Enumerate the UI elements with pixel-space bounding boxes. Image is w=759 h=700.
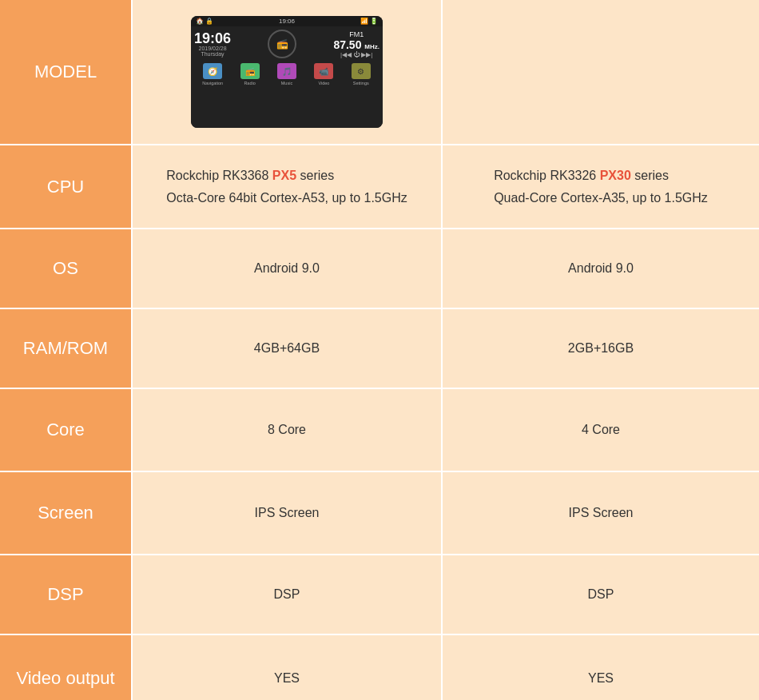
row-ram: RAM/ROM 4GB+64GB 2GB+16GB [0,309,759,389]
val-model-2 [443,0,759,144]
val-model-1: 🏠 🔒 19:06 📶 🔋 19:06 2019/02/28 Thursday [133,0,443,144]
row-dsp: DSP DSP DSP [0,555,759,635]
label-model: MODEL [0,0,133,144]
label-os: OS [0,229,133,308]
val-core-1: 8 Core [133,389,443,471]
row-video: Video output YES YES [0,635,759,700]
row-screen: Screen IPS Screen IPS Screen [0,472,759,555]
val-os-1: Android 9.0 [133,229,443,308]
label-ram: RAM/ROM [0,309,133,388]
nav-icon-settings: ⚙ [352,63,371,79]
label-video: Video output [0,635,133,700]
val-video-1: YES [133,635,443,700]
nav-icon-music: 🎵 [277,63,296,79]
nav-icon-video: 📹 [314,63,333,79]
nav-icon-radio: 📻 [240,63,260,79]
val-screen-2: IPS Screen [443,472,759,554]
val-ram-1: 4GB+64GB [133,309,443,388]
label-dsp: DSP [0,555,133,634]
label-screen: Screen [0,472,133,554]
device-screen-image: 🏠 🔒 19:06 📶 🔋 19:06 2019/02/28 Thursday [191,16,383,128]
label-core: Core [0,389,133,471]
val-cpu-1: Rockchip RK3368 PX5 series Octa-Core 64b… [133,145,443,228]
val-screen-1: IPS Screen [133,472,443,554]
row-os: OS Android 9.0 Android 9.0 [0,229,759,309]
device-nav-row: 🧭 Navigation 📻 Radio 🎵 Music 📹 [194,63,380,86]
device-status-bar: 🏠 🔒 19:06 📶 🔋 [191,16,383,26]
device-main-screen: 19:06 2019/02/28 Thursday 📻 FM1 87.50 [191,26,383,128]
val-video-2: YES [443,635,759,700]
device-radio-icon: 📻 [268,30,296,58]
row-model: MODEL 🏠 🔒 19:06 📶 🔋 19:06 2019/02/28 [0,0,759,145]
val-os-2: Android 9.0 [443,229,759,308]
val-dsp-2: DSP [443,555,759,634]
comparison-table: MODEL 🏠 🔒 19:06 📶 🔋 19:06 2019/02/28 [0,0,759,700]
val-dsp-1: DSP [133,555,443,634]
label-cpu: CPU [0,145,133,228]
val-ram-2: 2GB+16GB [443,309,759,388]
val-cpu-2: Rockchip RK3326 PX30 series Quad-Core Co… [443,145,759,228]
row-core: Core 8 Core 4 Core [0,389,759,472]
nav-icon-navigation: 🧭 [203,63,222,79]
val-core-2: 4 Core [443,389,759,471]
row-cpu: CPU Rockchip RK3368 PX5 series Octa-Core… [0,145,759,229]
